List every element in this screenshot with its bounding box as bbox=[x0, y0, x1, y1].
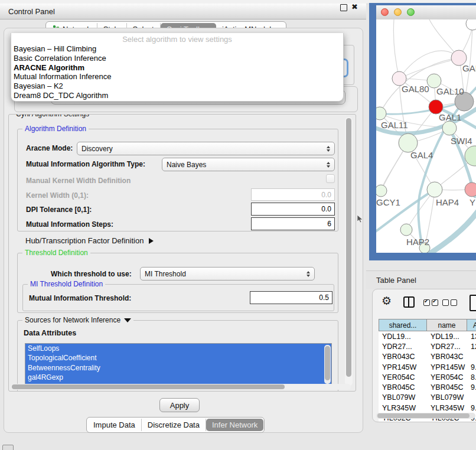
table-row[interactable]: YPR145WYPR145W9. bbox=[379, 362, 476, 372]
hub-transcription-factor-section[interactable]: Hub/Transcription Factor Definition bbox=[25, 236, 154, 245]
network-node-gal11[interactable] bbox=[376, 107, 386, 120]
which-threshold-combobox[interactable]: MI Threshold bbox=[140, 267, 315, 281]
list-vertical-scrollbar[interactable] bbox=[324, 345, 331, 384]
network-edge-highlighted[interactable] bbox=[428, 211, 476, 253]
control-panel-title: Control Panel bbox=[8, 7, 55, 16]
float-window-icon[interactable] bbox=[340, 4, 347, 11]
attribute-item-selfloops[interactable]: SelfLoops bbox=[25, 344, 331, 353]
dock-panel-icon[interactable] bbox=[2, 445, 14, 450]
aracne-mode-combobox[interactable]: Discovery bbox=[77, 142, 335, 155]
scrollbar-thumb[interactable] bbox=[377, 413, 470, 418]
table-cell: YDR27... bbox=[427, 343, 467, 351]
select-all-icon[interactable] bbox=[423, 299, 438, 306]
table-row[interactable]: YBR043CYBR043C bbox=[379, 352, 476, 362]
table-cell: 13 bbox=[467, 332, 476, 341]
algorithm-option-dream8-dc-tdc-algorithm[interactable]: Dream8 DC_TDC Algorithm bbox=[11, 91, 343, 100]
table-row[interactable]: YBL079WYBL079W bbox=[379, 393, 476, 403]
minimize-traffic-light-icon[interactable] bbox=[394, 8, 402, 16]
split-columns-icon[interactable] bbox=[403, 296, 415, 308]
algorithm-option-mutual-information-inference[interactable]: Mutual Information Inference bbox=[11, 72, 343, 81]
mouse-cursor bbox=[357, 215, 364, 223]
network-node[interactable] bbox=[465, 146, 476, 166]
network-node[interactable] bbox=[466, 19, 476, 30]
algorithm-option-aracne-algorithm[interactable]: ARACNE Algorithm bbox=[11, 63, 343, 73]
node-label-gal1: GAL1 bbox=[439, 112, 461, 122]
settings-horizontal-scrollbar[interactable] bbox=[11, 384, 351, 390]
network-edge[interactable] bbox=[393, 19, 399, 79]
algorithm-option-basic-correlation-inference[interactable]: Basic Correlation Inference bbox=[11, 54, 343, 63]
table-cell: YBR043C bbox=[427, 353, 467, 361]
mi-steps-label: Mutual Information Steps: bbox=[26, 220, 113, 229]
scrollbar-thumb[interactable] bbox=[12, 384, 285, 389]
dropdown-items: Bayesian – Hill ClimbingBasic Correlatio… bbox=[11, 44, 343, 100]
network-node-swi4[interactable] bbox=[442, 121, 457, 135]
kernel-width-field[interactable]: 0.0 bbox=[251, 188, 335, 201]
algorithm-definition-title: Algorithm Definition bbox=[22, 125, 89, 133]
column-header-shared[interactable]: shared... bbox=[379, 319, 427, 331]
attribute-items: SelfLoopsTopologicalCoefficientBetweenne… bbox=[25, 344, 331, 383]
tab-infer-network[interactable]: Infer Network bbox=[206, 419, 263, 431]
combo-arrows-icon bbox=[307, 271, 310, 277]
gear-icon[interactable]: ⚙ bbox=[382, 294, 392, 307]
node-label-gal: GAL bbox=[462, 63, 476, 73]
algorithm-option-bayesian-k2[interactable]: Bayesian – K2 bbox=[11, 81, 343, 91]
network-node-gcy1[interactable] bbox=[376, 185, 387, 197]
table-cell: YDR27... bbox=[379, 343, 427, 351]
node-attribute-table: shared...nameA YDL19...YDL19...13YDR27..… bbox=[379, 319, 476, 422]
settings-vertical-scrollbar[interactable] bbox=[345, 117, 353, 386]
table-row[interactable]: YER054CYER054C8. bbox=[379, 372, 476, 382]
mi-threshold-field[interactable]: 0.5 bbox=[250, 291, 332, 304]
node-label-gcy1: GCY1 bbox=[376, 197, 400, 207]
mi-algorithm-type-combobox[interactable]: Naive Bayes bbox=[162, 158, 335, 171]
table-horizontal-scrollbar[interactable] bbox=[376, 413, 475, 419]
column-header-a[interactable]: A bbox=[467, 319, 476, 331]
table-cell: YER054C bbox=[427, 373, 467, 381]
table-cell: YDL19... bbox=[379, 332, 427, 341]
collapse-arrow-icon[interactable] bbox=[149, 238, 154, 244]
which-threshold-label: Which threshold to use: bbox=[51, 270, 132, 278]
table-cell: 9. bbox=[467, 404, 476, 412]
manual-kernel-width-checkbox[interactable] bbox=[326, 174, 335, 183]
document-icon[interactable] bbox=[470, 295, 476, 311]
network-node-hap4[interactable] bbox=[427, 182, 442, 197]
zoom-traffic-light-icon[interactable] bbox=[407, 8, 415, 16]
data-attributes-list[interactable]: SelfLoopsTopologicalCoefficientBetweenne… bbox=[25, 343, 332, 387]
table-cell: YBR045C bbox=[379, 383, 427, 392]
expand-arrow-icon[interactable] bbox=[124, 318, 131, 322]
tab-impute-data[interactable]: Impute Data bbox=[87, 419, 142, 431]
network-node-y[interactable] bbox=[465, 182, 476, 197]
table-row[interactable]: YBR045CYBR045C9. bbox=[379, 382, 476, 392]
mi-steps-field[interactable]: 6 bbox=[251, 217, 335, 230]
tab-discretize-data[interactable]: Discretize Data bbox=[142, 419, 206, 431]
attribute-item-topologicalcoefficient[interactable]: TopologicalCoefficient bbox=[25, 353, 331, 363]
node-label-hap4: HAP4 bbox=[436, 197, 459, 207]
table-cell: 9. bbox=[467, 383, 476, 392]
table-cell: YER054C bbox=[379, 373, 427, 381]
network-window-titlebar[interactable] bbox=[376, 5, 476, 20]
aracne-mode-label: Aracne Mode: bbox=[26, 144, 73, 152]
scrollbar-thumb[interactable] bbox=[346, 118, 351, 377]
algorithm-option-bayesian-hill-climbing[interactable]: Bayesian – Hill Climbing bbox=[11, 44, 343, 54]
control-panel-titlebar: Control Panel bbox=[0, 4, 366, 19]
network-canvas[interactable]: GALGAL80GAL10GAL1GAL11SWI4GAL4GCY1HAP4YH… bbox=[376, 19, 476, 253]
table-cell: YPR145W bbox=[427, 363, 467, 371]
mi-threshold-definition-group: MI Threshold Definition Mutual Informati… bbox=[22, 284, 334, 311]
node-label-swi4: SWI4 bbox=[451, 136, 472, 146]
table-rows: YDL19...YDL19...13YDR27...YDR27...12YBR0… bbox=[379, 331, 476, 422]
dpi-tolerance-field[interactable]: 0.0 bbox=[251, 203, 335, 216]
close-traffic-light-icon[interactable] bbox=[381, 8, 389, 16]
table-row[interactable]: YDL19...YDL19...13 bbox=[379, 331, 476, 341]
scrollbar-thumb[interactable] bbox=[325, 346, 330, 380]
apply-button[interactable]: Apply bbox=[159, 398, 200, 412]
network-edge[interactable] bbox=[399, 58, 459, 79]
table-row[interactable]: YDR27...YDR27...12 bbox=[379, 341, 476, 351]
close-icon[interactable]: ✖ bbox=[351, 2, 358, 11]
algorithm-dropdown-popup: Select algorithm to view settings Bayesi… bbox=[11, 33, 344, 102]
table-row[interactable]: YLR345WYLR345W9. bbox=[379, 403, 476, 413]
attribute-item-betweennesscentrality[interactable]: BetweennessCentrality bbox=[25, 363, 331, 373]
select-none-icon[interactable] bbox=[442, 299, 457, 306]
network-edge[interactable] bbox=[464, 24, 472, 102]
attribute-item-gal4rgexp[interactable]: gal4RGexp bbox=[25, 373, 331, 382]
column-header-name[interactable]: name bbox=[427, 319, 467, 331]
network-node-hap2[interactable] bbox=[400, 224, 412, 236]
